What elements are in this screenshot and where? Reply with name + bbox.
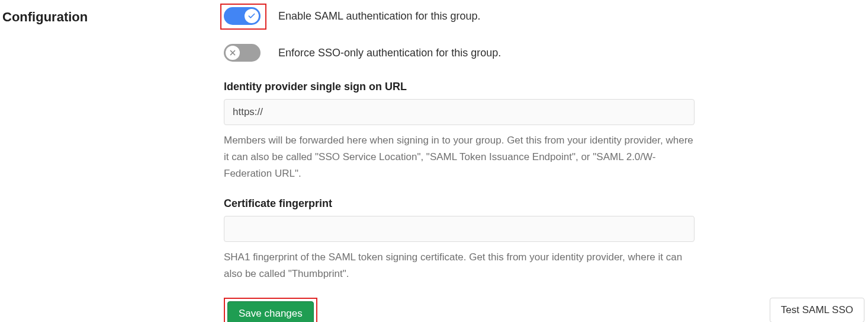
enforce-sso-label: Enforce SSO-only authentication for this…	[278, 47, 501, 59]
cert-fingerprint-input[interactable]	[224, 216, 695, 242]
idp-url-label: Identity provider single sign on URL	[224, 81, 695, 93]
cert-fingerprint-help: SHA1 fingerprint of the SAML token signi…	[224, 249, 695, 282]
enable-saml-toggle[interactable]	[224, 7, 261, 25]
cert-fingerprint-label: Certificate fingerprint	[224, 197, 695, 210]
save-button[interactable]: Save changes	[227, 301, 314, 322]
test-saml-button[interactable]: Test SAML SSO	[770, 298, 864, 322]
idp-url-input[interactable]	[224, 99, 695, 125]
check-icon	[245, 9, 259, 23]
annotation-highlight-save: Save changes	[224, 298, 317, 322]
idp-url-help: Members will be forwarded here when sign…	[224, 132, 695, 182]
enforce-sso-toggle[interactable]	[224, 44, 261, 62]
section-title: Configuration	[2, 9, 224, 25]
enable-saml-label: Enable SAML authentication for this grou…	[278, 10, 481, 23]
close-icon	[226, 46, 240, 60]
